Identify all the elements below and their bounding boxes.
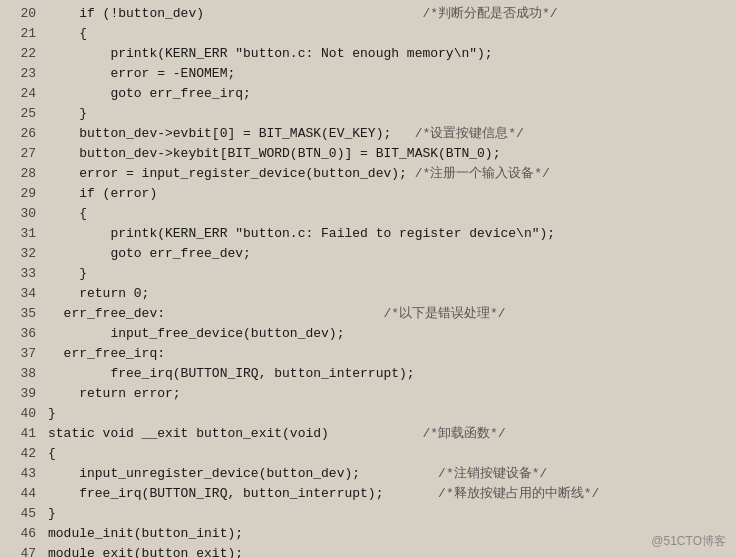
table-row: 42{ bbox=[0, 444, 736, 464]
table-row: 25 } bbox=[0, 104, 736, 124]
code-comment: /*注册一个输入设备*/ bbox=[407, 166, 550, 181]
table-row: 31 printk(KERN_ERR "button.c: Failed to … bbox=[0, 224, 736, 244]
table-row: 27 button_dev->keybit[BIT_WORD(BTN_0)] =… bbox=[0, 144, 736, 164]
line-number: 38 bbox=[0, 364, 48, 384]
line-number: 33 bbox=[0, 264, 48, 284]
line-content: goto err_free_dev; bbox=[48, 244, 736, 264]
line-number: 23 bbox=[0, 64, 48, 84]
line-number: 39 bbox=[0, 384, 48, 404]
line-content: free_irq(BUTTON_IRQ, button_interrupt); … bbox=[48, 484, 736, 504]
line-content: } bbox=[48, 104, 736, 124]
line-content: err_free_irq: bbox=[48, 344, 736, 364]
line-content: module_init(button_init); bbox=[48, 524, 736, 544]
table-row: 46module_init(button_init); bbox=[0, 524, 736, 544]
line-content: input_free_device(button_dev); bbox=[48, 324, 736, 344]
table-row: 45} bbox=[0, 504, 736, 524]
line-number: 37 bbox=[0, 344, 48, 364]
line-content: } bbox=[48, 504, 736, 524]
line-number: 24 bbox=[0, 84, 48, 104]
table-row: 28 error = input_register_device(button_… bbox=[0, 164, 736, 184]
table-row: 38 free_irq(BUTTON_IRQ, button_interrupt… bbox=[0, 364, 736, 384]
table-row: 30 { bbox=[0, 204, 736, 224]
table-row: 41static void __exit button_exit(void) /… bbox=[0, 424, 736, 444]
table-row: 35 err_free_dev: /*以下是错误处理*/ bbox=[0, 304, 736, 324]
table-row: 34 return 0; bbox=[0, 284, 736, 304]
code-comment: /*设置按键信息*/ bbox=[391, 126, 524, 141]
code-container: 20 if (!button_dev) /*判断分配是否成功*/21 {22 p… bbox=[0, 0, 736, 558]
line-number: 20 bbox=[0, 4, 48, 24]
line-number: 28 bbox=[0, 164, 48, 184]
line-number: 21 bbox=[0, 24, 48, 44]
line-content: printk(KERN_ERR "button.c: Failed to reg… bbox=[48, 224, 736, 244]
line-number: 36 bbox=[0, 324, 48, 344]
line-number: 40 bbox=[0, 404, 48, 424]
line-content: return error; bbox=[48, 384, 736, 404]
table-row: 43 input_unregister_device(button_dev); … bbox=[0, 464, 736, 484]
line-number: 41 bbox=[0, 424, 48, 444]
line-content: if (!button_dev) /*判断分配是否成功*/ bbox=[48, 4, 736, 24]
table-row: 23 error = -ENOMEM; bbox=[0, 64, 736, 84]
line-number: 25 bbox=[0, 104, 48, 124]
table-row: 39 return error; bbox=[0, 384, 736, 404]
line-content: printk(KERN_ERR "button.c: Not enough me… bbox=[48, 44, 736, 64]
line-number: 43 bbox=[0, 464, 48, 484]
table-row: 44 free_irq(BUTTON_IRQ, button_interrupt… bbox=[0, 484, 736, 504]
line-number: 31 bbox=[0, 224, 48, 244]
line-content: button_dev->evbit[0] = BIT_MASK(EV_KEY);… bbox=[48, 124, 736, 144]
code-comment: /*卸载函数*/ bbox=[329, 426, 506, 441]
line-content: { bbox=[48, 204, 736, 224]
line-content: module_exit(button_exit); bbox=[48, 544, 736, 558]
table-row: 22 printk(KERN_ERR "button.c: Not enough… bbox=[0, 44, 736, 64]
line-content: if (error) bbox=[48, 184, 736, 204]
line-content: button_dev->keybit[BIT_WORD(BTN_0)] = BI… bbox=[48, 144, 736, 164]
line-number: 47 bbox=[0, 544, 48, 558]
line-number: 29 bbox=[0, 184, 48, 204]
line-number: 22 bbox=[0, 44, 48, 64]
table-row: 24 goto err_free_irq; bbox=[0, 84, 736, 104]
line-number: 35 bbox=[0, 304, 48, 324]
table-row: 47module_exit(button_exit); bbox=[0, 544, 736, 558]
line-content: error = -ENOMEM; bbox=[48, 64, 736, 84]
line-content: } bbox=[48, 404, 736, 424]
watermark-label: @51CTO博客 bbox=[651, 533, 726, 550]
code-comment: /*以下是错误处理*/ bbox=[165, 306, 506, 321]
line-number: 27 bbox=[0, 144, 48, 164]
table-row: 40} bbox=[0, 404, 736, 424]
table-row: 37 err_free_irq: bbox=[0, 344, 736, 364]
code-comment: /*判断分配是否成功*/ bbox=[204, 6, 558, 21]
line-content: err_free_dev: /*以下是错误处理*/ bbox=[48, 304, 736, 324]
table-row: 32 goto err_free_dev; bbox=[0, 244, 736, 264]
line-number: 26 bbox=[0, 124, 48, 144]
line-number: 44 bbox=[0, 484, 48, 504]
line-number: 34 bbox=[0, 284, 48, 304]
table-row: 29 if (error) bbox=[0, 184, 736, 204]
line-content: return 0; bbox=[48, 284, 736, 304]
table-row: 20 if (!button_dev) /*判断分配是否成功*/ bbox=[0, 4, 736, 24]
line-content: free_irq(BUTTON_IRQ, button_interrupt); bbox=[48, 364, 736, 384]
code-comment: /*释放按键占用的中断线*/ bbox=[383, 486, 599, 501]
line-content: { bbox=[48, 444, 736, 464]
line-number: 32 bbox=[0, 244, 48, 264]
line-number: 46 bbox=[0, 524, 48, 544]
code-comment: /*注销按键设备*/ bbox=[360, 466, 547, 481]
line-content: } bbox=[48, 264, 736, 284]
line-content: { bbox=[48, 24, 736, 44]
line-number: 45 bbox=[0, 504, 48, 524]
table-row: 33 } bbox=[0, 264, 736, 284]
line-number: 30 bbox=[0, 204, 48, 224]
line-content: error = input_register_device(button_dev… bbox=[48, 164, 736, 184]
line-number: 42 bbox=[0, 444, 48, 464]
line-content: static void __exit button_exit(void) /*卸… bbox=[48, 424, 736, 444]
line-content: input_unregister_device(button_dev); /*注… bbox=[48, 464, 736, 484]
table-row: 36 input_free_device(button_dev); bbox=[0, 324, 736, 344]
table-row: 26 button_dev->evbit[0] = BIT_MASK(EV_KE… bbox=[0, 124, 736, 144]
line-content: goto err_free_irq; bbox=[48, 84, 736, 104]
table-row: 21 { bbox=[0, 24, 736, 44]
